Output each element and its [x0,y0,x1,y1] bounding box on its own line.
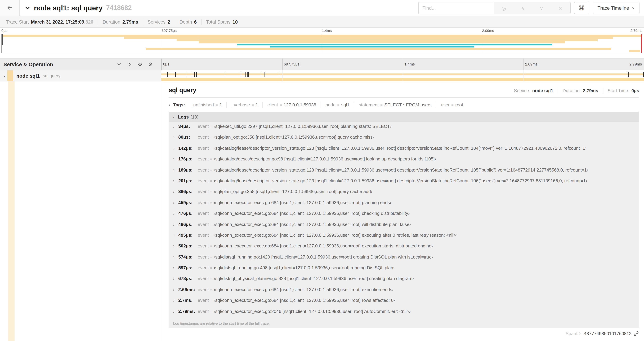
equals-sign: = [210,200,212,205]
log-entry[interactable]: › 574μs: event = ‹sql/distsql_running.go… [169,254,639,265]
minimap-left-scrubber[interactable] [2,34,3,45]
start-time-value: 0μs [631,88,639,93]
summary-label: Services [148,19,166,25]
summary-item: Services 2 [143,19,175,25]
log-field-key: event [198,265,209,270]
log-entry[interactable]: › 366μs: event = ‹sql/plan_opt.go:358 [n… [169,189,639,200]
log-marker-tick[interactable] [167,72,168,77]
log-marker-tick[interactable] [241,72,241,77]
log-entry[interactable]: › 476μs: event = ‹sql/conn_executor_exec… [169,211,639,222]
expand-log-chevron-icon[interactable]: › [173,287,178,292]
logs-note: Log timestamps are relative to the start… [169,319,639,328]
expand-log-chevron-icon[interactable]: › [173,124,178,129]
log-entry[interactable]: › 34μs: event = ‹sql/exec_util.go:2297 [… [169,124,639,135]
log-entry[interactable]: › 201μs: event = ‹sql/catalog/lease/desc… [169,178,639,189]
expand-log-chevron-icon[interactable]: › [173,265,178,270]
logs-header[interactable]: ∨ Logs (18) [169,112,639,122]
tag-item: client = 127.0.0.1:59936 [262,102,321,108]
find-next-icon[interactable]: ∨ [540,5,544,11]
log-field-value: ‹sql/conn_executor_exec.go:684 [nsql1,cl… [214,243,433,249]
collapse-span-chevron-icon[interactable]: ∨ [3,74,6,78]
expand-log-chevron-icon[interactable]: › [173,211,178,216]
duration-label: Duration: [563,88,581,93]
deep-link-icon[interactable] [634,331,639,336]
span-row-label[interactable]: ∨ node sql1 sql query [0,70,161,82]
log-marker-tick[interactable] [225,72,225,77]
view-dropdown-button[interactable]: Trace Timeline ∨ [592,2,640,14]
equals-sign: = [210,255,212,259]
log-entry[interactable]: › 80μs: event = ‹sql/plan_opt.go:358 [ns… [169,135,639,146]
log-marker-tick[interactable] [248,72,249,77]
log-entry[interactable]: › 2.79ms: event = ‹sql/conn_executor_exe… [169,308,639,319]
log-marker-tick[interactable] [175,72,176,77]
log-entry[interactable]: › 502μs: event = ‹sql/conn_executor_exec… [169,243,639,254]
log-marker-tick[interactable] [194,72,194,77]
log-marker-tick[interactable] [627,72,627,77]
back-button[interactable] [0,0,20,16]
expand-log-chevron-icon[interactable]: › [173,244,178,249]
log-timestamp: 366μs: [178,189,195,194]
expand-log-chevron-icon[interactable]: › [173,189,178,194]
equals-sign: = [210,244,212,248]
log-marker-tick[interactable] [278,72,279,77]
summary-label: Total Spans [206,19,230,25]
expand-log-chevron-icon[interactable]: › [173,222,178,227]
log-entry[interactable]: › 495μs: event = ‹sql/conn_executor_exec… [169,232,639,243]
keyboard-shortcuts-button[interactable]: ⌘ [574,2,589,14]
log-entry[interactable]: › 486μs: event = ‹sql/conn_executor_exec… [169,222,639,232]
log-marker-tick[interactable] [260,72,261,77]
tags-row[interactable]: › Tags: _unfinished = 1 _verbose = 1 cli… [168,102,639,108]
tag-value: 1 [256,102,258,107]
log-marker-tick[interactable] [265,72,265,77]
collapse-one-icon[interactable] [117,62,122,66]
expand-log-chevron-icon[interactable]: › [173,157,178,161]
log-marker-tick[interactable] [247,72,248,77]
expand-log-chevron-icon[interactable]: › [173,276,178,281]
collapse-all-icon[interactable] [138,62,142,66]
expand-log-chevron-icon[interactable]: › [173,146,178,151]
log-field-key: event [198,276,209,281]
expand-log-chevron-icon[interactable]: › [173,254,178,259]
trace-minimap: 0μs697.75μs1.4ms2.09ms2.79ms [2,28,642,54]
collapse-header-chevron-icon[interactable] [24,5,30,11]
find-locate-icon[interactable]: ◎ [501,5,506,11]
log-marker-tick[interactable] [246,72,246,77]
equals-sign: = [210,190,212,194]
log-entry[interactable]: › 2.69ms: event = ‹sql/conn_executor_exe… [169,287,639,298]
expand-log-chevron-icon[interactable]: › [173,135,178,140]
expand-all-icon[interactable] [148,62,153,66]
log-marker-tick[interactable] [643,72,644,77]
minimap-span-row [2,39,642,41]
find-prev-icon[interactable]: ∧ [521,5,525,11]
log-marker-tick[interactable] [186,72,186,77]
log-entry[interactable]: › 142μs: event = ‹sql/catalog/lease/desc… [169,146,639,156]
find-clear-icon[interactable]: ✕ [558,5,563,11]
log-entry[interactable]: › 2.7ms: event = ‹sql/conn_executor_exec… [169,298,639,309]
expand-log-chevron-icon[interactable]: › [173,200,178,205]
log-marker-tick[interactable] [628,72,629,77]
expand-tags-chevron-icon[interactable]: › [168,102,170,107]
minimap-right-scrubber[interactable] [641,34,642,53]
log-entry[interactable]: › 678μs: event = ‹sql/distsql_physical_p… [169,276,639,287]
expand-log-chevron-icon[interactable]: › [173,309,178,314]
log-marker-tick[interactable] [196,72,197,77]
log-marker-tick[interactable] [192,72,192,77]
find-input[interactable] [418,2,494,14]
expand-log-chevron-icon[interactable]: › [173,233,178,238]
minimap-graph[interactable] [2,34,642,53]
log-entry[interactable]: › 597μs: event = ‹sql/distsql_running.go… [169,265,639,276]
left-column [0,82,161,341]
tag-key: statement [359,102,378,107]
expand-log-chevron-icon[interactable]: › [173,168,178,172]
log-entry[interactable]: › 189μs: event = ‹sql/catalog/lease/desc… [169,167,639,178]
log-entry[interactable]: › 459μs: event = ‹sql/conn_executor_exec… [169,200,639,211]
span-detail-title: sql query [168,87,196,94]
collapse-logs-chevron-icon[interactable]: ∨ [172,115,175,119]
log-marker-tick[interactable] [244,72,244,77]
expand-log-chevron-icon[interactable]: › [173,178,178,183]
column-resize-grip[interactable] [162,66,164,69]
expand-log-chevron-icon[interactable]: › [173,298,178,303]
span-bar-area[interactable] [161,70,644,82]
log-entry[interactable]: › 176μs: event = ‹sql/catalog/descs/desc… [169,156,639,167]
expand-one-icon[interactable] [128,62,132,66]
